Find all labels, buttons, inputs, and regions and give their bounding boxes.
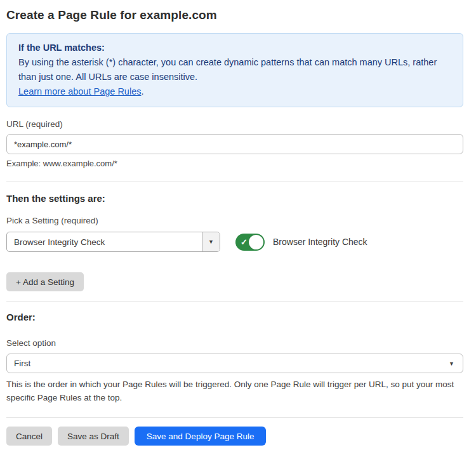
setting-row: Browser Integrity Check ▼ ✓ Browser Inte… — [6, 232, 463, 252]
chevron-down-icon: ▼ — [449, 361, 454, 367]
toggle-knob — [249, 235, 263, 249]
settings-section-heading: Then the settings are: — [6, 193, 463, 204]
footer-actions: Cancel Save as Draft Save and Deploy Pag… — [6, 427, 463, 446]
url-example-text: Example: www.example.com/* — [6, 159, 463, 168]
order-select[interactable]: First ▼ — [6, 354, 463, 373]
save-and-deploy-button[interactable]: Save and Deploy Page Rule — [135, 427, 267, 446]
order-select-value: First — [14, 359, 30, 368]
chevron-down-icon[interactable]: ▼ — [202, 232, 220, 251]
setting-toggle-label: Browser Integrity Check — [273, 237, 367, 247]
setting-toggle[interactable]: ✓ — [235, 234, 265, 251]
info-box-heading: If the URL matches: — [18, 41, 451, 55]
add-setting-button[interactable]: + Add a Setting — [6, 272, 84, 291]
divider — [6, 301, 463, 302]
link-suffix: . — [141, 86, 143, 96]
url-match-info-box: If the URL matches: By using the asteris… — [6, 33, 463, 107]
divider — [6, 417, 463, 418]
info-box-link-line: Learn more about Page Rules. — [18, 84, 451, 99]
learn-more-link[interactable]: Learn more about Page Rules — [18, 86, 141, 96]
order-select-label: Select option — [6, 338, 463, 348]
order-section-heading: Order: — [6, 312, 463, 322]
url-field-label: URL (required) — [6, 119, 463, 129]
setting-select-value: Browser Integrity Check — [7, 232, 202, 251]
url-input[interactable] — [6, 134, 463, 154]
cancel-button[interactable]: Cancel — [6, 427, 52, 446]
setting-toggle-group: ✓ Browser Integrity Check — [235, 234, 367, 251]
check-icon: ✓ — [241, 237, 248, 247]
pick-setting-label: Pick a Setting (required) — [6, 216, 463, 225]
page-rule-form: Create a Page Rule for example.com If th… — [0, 0, 476, 446]
order-help-text: This is the order in which your Page Rul… — [6, 378, 463, 404]
page-title: Create a Page Rule for example.com — [6, 8, 463, 22]
setting-select[interactable]: Browser Integrity Check ▼ — [6, 232, 220, 252]
save-as-draft-button[interactable]: Save as Draft — [58, 427, 129, 446]
info-box-body: By using the asterisk (*) character, you… — [18, 55, 451, 84]
divider — [6, 182, 463, 182]
